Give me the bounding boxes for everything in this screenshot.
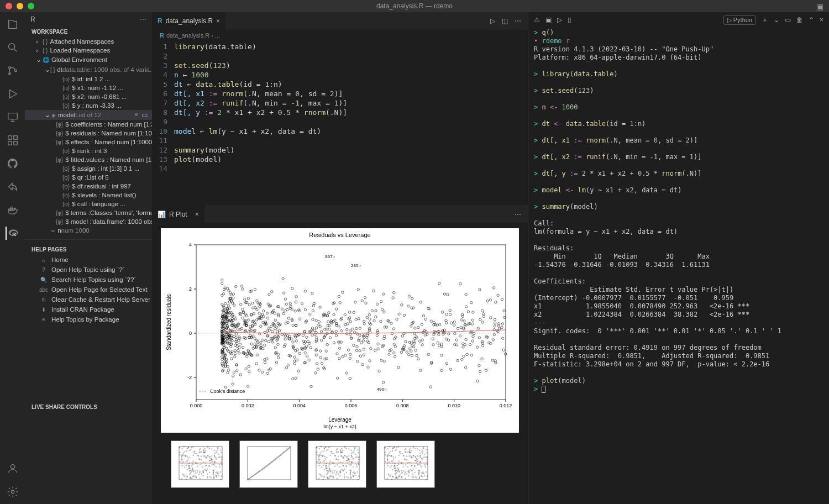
svg-point-512: [406, 351, 408, 353]
minimize-window-button[interactable]: [17, 3, 23, 9]
plot-tab[interactable]: 📊 R Plot ×: [152, 206, 205, 223]
svg-point-1372: [327, 449, 328, 450]
terminal-kernel-pill[interactable]: ▷ Python: [723, 15, 756, 25]
workspace-tree-item[interactable]: ◈model List of 12×▭: [25, 110, 152, 120]
open-icon[interactable]: ▭: [141, 111, 148, 119]
live-share-section[interactable]: LIVE SHARE CONTROLS: [25, 402, 152, 412]
workspace-tree-item[interactable]: {φ}$ model :'data.frame': 1000 obs. ...: [25, 217, 152, 226]
new-terminal-icon[interactable]: ＋: [762, 15, 768, 25]
plot-thumb-1[interactable]: [171, 440, 229, 488]
help-item[interactable]: ⬇Install CRAN Package: [25, 305, 152, 314]
split-editor-icon[interactable]: ◫: [502, 17, 508, 25]
workspace-tree-item[interactable]: {φ}$ df.residual : int 997: [25, 182, 152, 191]
help-item[interactable]: ⌂Home: [25, 255, 152, 265]
svg-point-369: [236, 342, 238, 344]
help-item[interactable]: ?Open Help Topic using `?`: [25, 265, 152, 275]
svg-point-1432: [342, 457, 343, 458]
workspace-tree-item[interactable]: 🌐Global Environment: [25, 55, 152, 65]
svg-point-435: [393, 291, 395, 293]
close-window-button[interactable]: [6, 3, 12, 9]
settings-gear-icon[interactable]: [6, 485, 19, 498]
layout-toggle-icon[interactable]: ▣: [816, 2, 823, 11]
workspace-tree-item[interactable]: {φ}$ xlevels : Named list(): [25, 191, 152, 200]
terminal-output[interactable]: > q()• rdemo rR version 4.1.3 (2022-03-1…: [528, 28, 829, 504]
search-icon[interactable]: [6, 41, 19, 54]
svg-point-1556: [401, 476, 402, 477]
editor-more-icon[interactable]: ⋯: [515, 17, 521, 25]
help-item[interactable]: ≡Help Topics by Package: [25, 314, 152, 324]
terminal-close-icon[interactable]: ×: [820, 16, 823, 24]
workspace-tree-item[interactable]: {φ}$ residuals : Named num [1:1000...: [25, 129, 152, 138]
workspace-tree-item[interactable]: {φ}$ x1: num -1.12 ...: [25, 83, 152, 92]
svg-point-946: [338, 357, 340, 359]
plot-more-icon[interactable]: ⋯: [515, 211, 521, 218]
svg-point-718: [232, 297, 234, 299]
maximize-window-button[interactable]: [28, 3, 34, 9]
remote-explorer-icon[interactable]: [6, 111, 19, 124]
r-extension-icon[interactable]: R: [6, 227, 19, 240]
workspace-tree-item[interactable]: {φ}$ coefficients : Named num [1:3]...: [25, 120, 152, 129]
workspace-tree-item[interactable]: {φ}$ x2: num -0.681 ...: [25, 92, 152, 101]
svg-point-1547: [403, 466, 404, 467]
workspace-tree-item[interactable]: { }Loaded Namespaces: [25, 46, 152, 55]
workspace-tree-item[interactable]: {φ}$ id: int 1 2 ...: [25, 75, 152, 83]
svg-text:0.000: 0.000: [190, 403, 203, 408]
svg-point-707: [363, 323, 365, 325]
plot-thumb-3[interactable]: [308, 440, 366, 488]
workspace-tree-item[interactable]: {φ}$ call : language ...: [25, 200, 152, 208]
workspace-tree-item[interactable]: {φ}$ terms :Classes 'terms', 'formul...: [25, 208, 152, 217]
breadcrumb[interactable]: R data_analysis.R › ...: [152, 30, 528, 41]
svg-point-1505: [405, 471, 406, 473]
workspace-tree-item[interactable]: {φ}$ y : num -3.33 ...: [25, 101, 152, 110]
tab-close-icon[interactable]: ×: [216, 17, 220, 25]
editor-tab[interactable]: R data_analysis.R ×: [152, 12, 226, 30]
svg-point-239: [380, 301, 382, 303]
debug-console-icon[interactable]: ▷: [557, 16, 562, 24]
svg-point-291: [221, 279, 223, 281]
svg-point-470: [438, 282, 440, 285]
run-icon[interactable]: ▷: [490, 17, 495, 25]
help-item[interactable]: abcOpen Help Page for Selected Text: [25, 285, 152, 295]
workspace-tree-item[interactable]: { }Attached Namespaces: [25, 37, 152, 46]
problems-icon[interactable]: ⚠: [534, 16, 540, 24]
workspace-tree-item[interactable]: ∞n num 1000: [25, 226, 152, 235]
workspace-tree-item[interactable]: {φ}$ qr :List of 5: [25, 173, 152, 182]
workspace-tree-item[interactable]: {φ}$ rank : int 3: [25, 146, 152, 155]
svg-point-1316: [333, 453, 334, 454]
source-control-icon[interactable]: [6, 64, 19, 77]
help-item[interactable]: ↻Clear Cache & Restart Help Server: [25, 295, 152, 305]
terminal-maximize-icon[interactable]: ⌃: [809, 16, 814, 24]
share-icon[interactable]: [6, 180, 19, 193]
extensions-icon[interactable]: [6, 134, 19, 147]
workspace-tree-item[interactable]: [ ]dt data.table: 1000 obs. of 4 varia..…: [25, 65, 152, 75]
plot-thumb-2[interactable]: [239, 440, 298, 488]
workspace-tree-item[interactable]: {φ}$ assign : int [1:3] 0 1 ...: [25, 164, 152, 173]
svg-point-84: [414, 349, 417, 351]
svg-point-1415: [322, 475, 323, 476]
code-editor[interactable]: 1234567891011121314 library(data.table)s…: [152, 41, 528, 206]
svg-point-1376: [350, 471, 351, 473]
plot-tab-close-icon[interactable]: ×: [195, 211, 199, 218]
terminal-split-icon[interactable]: ▭: [785, 16, 791, 24]
run-debug-icon[interactable]: [6, 87, 19, 101]
workspace-tree-item[interactable]: {φ}$ fitted.values : Named num [1:10...: [25, 155, 152, 164]
svg-point-1054: [214, 457, 216, 458]
docker-icon[interactable]: [6, 203, 19, 217]
workspace-tree-item[interactable]: {φ}$ effects : Named num [1:1000] -...: [25, 138, 152, 146]
github-icon[interactable]: [6, 157, 19, 170]
close-icon[interactable]: ×: [134, 111, 138, 119]
output-icon[interactable]: ▣: [545, 16, 552, 24]
help-pages-section[interactable]: HELP PAGES: [25, 244, 152, 255]
terminal-dropdown-icon[interactable]: ⌄: [774, 16, 779, 24]
accounts-icon[interactable]: [6, 462, 19, 475]
sidebar-more-icon[interactable]: ⋯: [140, 15, 146, 23]
svg-point-1074: [204, 452, 206, 453]
workspace-section[interactable]: WORKSPACE: [25, 27, 152, 37]
terminal-icon[interactable]: ▯: [568, 16, 571, 24]
svg-point-199: [457, 327, 459, 329]
plot-thumb-4[interactable]: [376, 440, 435, 488]
svg-point-1434: [340, 475, 341, 476]
help-item[interactable]: 🔍Search Help Topics using `??`: [25, 275, 152, 285]
terminal-kill-icon[interactable]: 🗑: [796, 16, 803, 24]
explorer-icon[interactable]: [6, 18, 19, 31]
